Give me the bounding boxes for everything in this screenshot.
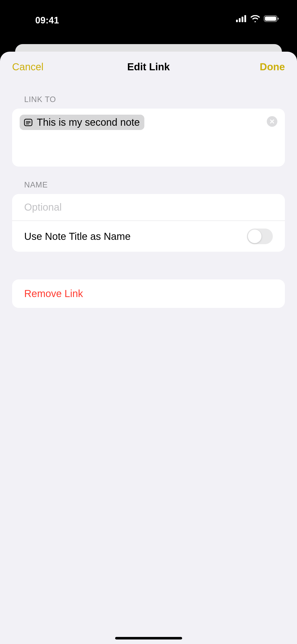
svg-rect-3 (244, 15, 246, 22)
use-title-toggle[interactable] (247, 229, 273, 244)
use-title-row: Use Note Title as Name (12, 220, 285, 252)
section-header-link-to: LINK TO (12, 95, 285, 104)
close-icon (270, 119, 274, 124)
nav-title: Edit Link (0, 61, 297, 73)
section-header-name: NAME (12, 180, 285, 189)
name-card: Use Note Title as Name (12, 194, 285, 252)
svg-rect-5 (265, 17, 276, 21)
svg-rect-6 (278, 18, 279, 20)
wifi-icon (250, 15, 260, 22)
remove-card: Remove Link (12, 279, 285, 308)
section-link-to: LINK TO This is my second note (0, 95, 297, 167)
toggle-knob (248, 230, 261, 243)
status-time: 09:41 (35, 15, 59, 26)
name-input-row (12, 194, 285, 220)
link-to-card: This is my second note (12, 109, 285, 167)
status-bar: 09:41 (0, 0, 297, 44)
section-remove: Remove Link (0, 279, 297, 308)
cellular-icon (236, 15, 247, 22)
edit-link-sheet: Cancel Edit Link Done LINK TO This is my… (0, 52, 297, 644)
linked-note-title: This is my second note (37, 117, 140, 128)
note-icon (23, 117, 33, 127)
name-input[interactable] (24, 202, 273, 213)
remove-link-button[interactable]: Remove Link (24, 288, 83, 299)
svg-rect-0 (236, 20, 238, 22)
svg-rect-2 (242, 17, 243, 22)
cancel-button[interactable]: Cancel (12, 61, 44, 73)
battery-icon (264, 15, 279, 22)
done-button[interactable]: Done (260, 61, 285, 73)
status-icons (236, 15, 279, 22)
linked-note-chip[interactable]: This is my second note (20, 115, 144, 130)
clear-link-button[interactable] (267, 116, 277, 127)
svg-rect-1 (239, 18, 241, 22)
section-name: NAME Use Note Title as Name (0, 180, 297, 252)
nav-bar: Cancel Edit Link Done (0, 52, 297, 82)
use-title-label: Use Note Title as Name (24, 231, 130, 242)
home-indicator (115, 637, 182, 639)
